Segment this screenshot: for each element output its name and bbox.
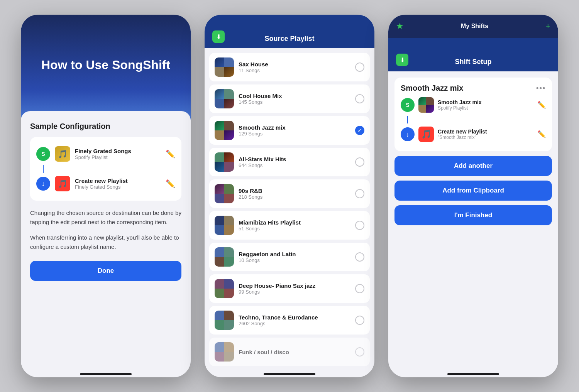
dest-shift-edit-icon[interactable]: ✏️ <box>537 130 546 139</box>
playlist-info: 90s R&B 218 Songs <box>239 188 350 200</box>
phone1-content: Sample Configuration S 🎵 Finely Grated S… <box>21 111 191 370</box>
shift-card-header: Smooth Jazz mix ••• <box>401 84 546 93</box>
list-item[interactable]: Reggaeton and Latin 10 Songs <box>209 243 370 271</box>
source-thumb: 🎵 <box>55 146 70 162</box>
phone-3: ★ My Shifts + ⬇ Shift Setup Smooth Jazz … <box>388 15 558 377</box>
dest-shift-info: Create new Playlist "Smooth Jazz mix" <box>438 128 533 140</box>
radio-button[interactable] <box>355 157 364 167</box>
list-item[interactable]: Sax House 11 Songs <box>209 53 370 81</box>
playlist-thumb <box>215 57 234 77</box>
playlist-thumb <box>215 121 234 140</box>
radio-button[interactable] <box>355 221 364 230</box>
more-dots-icon[interactable]: ••• <box>536 84 546 92</box>
phone1-header: How to Use SongShift <box>21 15 191 123</box>
phone3-navbar: ⬇ Shift Setup <box>388 38 558 71</box>
nav-icon-left: ⬇ <box>396 54 408 66</box>
playlist-info: Deep House- Piano Sax jazz 99 Songs <box>239 282 350 295</box>
radio-button-selected[interactable]: ✓ <box>355 126 364 135</box>
done-button[interactable]: Done <box>30 261 181 281</box>
list-item[interactable]: Cool House Mix 145 Songs <box>209 84 370 113</box>
source-shift-info: Smooth Jazz mix Spotify Playlist <box>438 99 533 111</box>
list-item[interactable]: 90s R&B 218 Songs <box>209 179 370 208</box>
down-icon: ↓ <box>36 177 50 191</box>
dest-edit-icon[interactable]: ✏️ <box>166 179 175 188</box>
playlist-thumb <box>215 311 234 330</box>
phone2-navbar: ⬇ Source Playlist <box>205 15 374 48</box>
playlist-thumb <box>215 89 234 108</box>
im-finished-button[interactable]: I'm Finished <box>394 205 552 225</box>
section-title: Sample Configuration <box>30 122 181 131</box>
dest-row: ↓ 🎵 Create new Playlist Finely Grated So… <box>36 173 175 194</box>
playlist-info: Cool House Mix 145 Songs <box>239 93 350 105</box>
playlist-thumb <box>215 184 234 203</box>
radio-button[interactable] <box>355 63 364 72</box>
phone1-title: How to Use SongShift <box>41 57 170 72</box>
nav-icon-left: ⬇ <box>212 30 225 43</box>
playlist-thumb <box>215 279 234 298</box>
playlist-info: Techno, Trance & Eurodance 2602 Songs <box>239 314 350 326</box>
source-edit-icon[interactable]: ✏️ <box>166 149 175 159</box>
playlist-thumb <box>215 247 234 267</box>
config-card: S 🎵 Finely Grated Songs Spotify Playlist… <box>30 137 181 201</box>
list-item[interactable]: Smooth Jazz mix 129 Songs ✓ <box>209 116 370 145</box>
radio-button[interactable] <box>355 347 364 357</box>
connector <box>407 116 408 123</box>
down-dest-icon: ↓ <box>401 127 415 141</box>
playlist-info: Sax House 11 Songs <box>239 61 350 73</box>
phone2-nav-title: Source Playlist <box>264 35 314 43</box>
dest-info: Create new Playlist Finely Grated Songs <box>75 177 161 190</box>
phone3-nav-title: Shift Setup <box>455 58 492 66</box>
source-shift-row: S Smooth Jazz mix Spotify Playlist ✏️ <box>401 94 546 116</box>
playlist-thumb <box>215 342 234 362</box>
source-shift-thumb <box>418 97 434 113</box>
connector <box>43 165 44 173</box>
spotify-source-icon: S <box>401 98 415 112</box>
list-item[interactable]: Deep House- Piano Sax jazz 99 Songs <box>209 274 370 303</box>
shift-card: Smooth Jazz mix ••• S Smooth Jazz mix Sp… <box>394 78 552 151</box>
playlist-list: Sax House 11 Songs Cool House Mix 145 So… <box>205 48 374 370</box>
plus-icon[interactable]: + <box>545 21 550 31</box>
desc1: Changing the chosen source or destinatio… <box>30 208 181 227</box>
phone3-top-bar: ★ My Shifts + <box>388 15 558 38</box>
add-from-clipboard-button[interactable]: Add from Clipboard <box>394 181 552 201</box>
playlist-thumb <box>215 152 234 172</box>
source-shift-edit-icon[interactable]: ✏️ <box>537 101 546 109</box>
playlist-thumb <box>215 216 234 235</box>
top-bar-title: My Shifts <box>461 23 488 30</box>
add-another-button[interactable]: Add another <box>394 156 552 176</box>
dest-shift-thumb: 🎵 <box>418 127 434 142</box>
playlist-info: Reggaeton and Latin 10 Songs <box>239 251 350 263</box>
home-indicator <box>264 373 315 375</box>
dest-thumb: 🎵 <box>55 176 70 191</box>
home-indicator <box>80 373 132 375</box>
radio-button[interactable] <box>355 284 364 293</box>
source-info: Finely Grated Songs Spotify Playlist <box>75 148 161 160</box>
radio-button[interactable] <box>355 252 364 262</box>
dest-shift-row: ↓ 🎵 Create new Playlist "Smooth Jazz mix… <box>401 123 546 145</box>
playlist-info: Smooth Jazz mix 129 Songs <box>239 124 350 137</box>
shift-card-title-text: Smooth Jazz mix <box>401 84 463 93</box>
list-item[interactable]: Funk / soul / disco <box>209 338 370 366</box>
playlist-info: Funk / soul / disco <box>239 349 350 355</box>
radio-button[interactable] <box>355 189 364 198</box>
star-icon: ★ <box>396 21 404 31</box>
list-item[interactable]: Miamibiza Hits Playlist 51 Songs <box>209 211 370 240</box>
playlist-info: Miamibiza Hits Playlist 51 Songs <box>239 219 350 231</box>
source-row: S 🎵 Finely Grated Songs Spotify Playlist… <box>36 143 175 165</box>
spotify-icon: S <box>36 147 50 161</box>
phone3-content: Smooth Jazz mix ••• S Smooth Jazz mix Sp… <box>388 71 558 370</box>
playlist-info: All-Stars Mix Hits 644 Songs <box>239 156 350 168</box>
radio-button[interactable] <box>355 316 364 325</box>
phone-1: How to Use SongShift Sample Configuratio… <box>21 15 191 377</box>
list-item[interactable]: All-Stars Mix Hits 644 Songs <box>209 148 370 176</box>
list-item[interactable]: Techno, Trance & Eurodance 2602 Songs <box>209 306 370 335</box>
radio-button[interactable] <box>355 94 364 103</box>
phone-2: ⬇ Source Playlist Sax House 11 Songs Coo… <box>205 15 374 377</box>
home-indicator <box>447 373 499 375</box>
desc2: When transferring into a new playlist, y… <box>30 233 181 252</box>
